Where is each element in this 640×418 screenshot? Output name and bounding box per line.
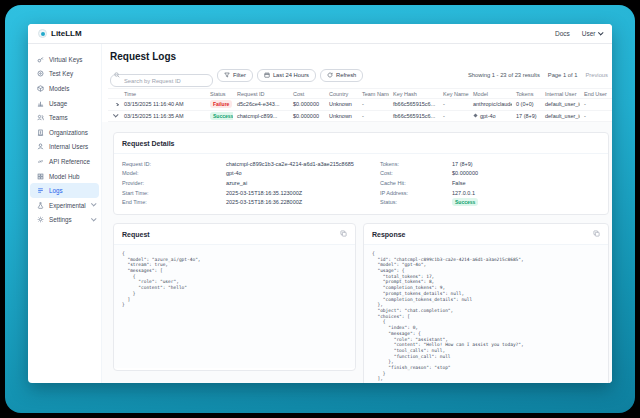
sidebar-item-logs[interactable]: Logs (30, 183, 99, 198)
col-model: Model (469, 91, 512, 97)
col-end-user: End User (580, 91, 610, 97)
status-badge: Failure (210, 100, 232, 108)
main-content: Request Logs Filter Last 24 Hours Refres… (102, 44, 612, 383)
sidebar-item-models[interactable]: Models (28, 81, 101, 96)
sidebar-item-label: Teams (49, 114, 68, 121)
pagination: Showing 1 - 23 of 23 results Page 1 of 1… (468, 72, 608, 78)
bar-chart-icon (37, 100, 44, 107)
sidebar-item-api-reference[interactable]: API Reference (28, 154, 101, 169)
filter-icon (224, 72, 230, 78)
docs-link[interactable]: Docs (555, 30, 570, 37)
refresh-button-label: Refresh (336, 72, 356, 78)
col-key-hash: Key Hash (389, 91, 439, 97)
brand: LiteLLM (38, 29, 82, 38)
request-logs-table: Time Status Request ID Cost Country Team… (108, 88, 612, 122)
col-time: Time (120, 91, 206, 97)
request-json: { "model": "azure_ai/gpt-4o", "stream": … (114, 244, 355, 368)
sidebar-item-usage[interactable]: Usage (28, 96, 101, 111)
response-panel-title: Response (364, 224, 413, 244)
sidebar-item-label: Logs (49, 187, 63, 194)
sidebar-item-label: Models (49, 85, 69, 92)
sidebar-item-label: Usage (49, 100, 67, 107)
copy-icon[interactable] (340, 230, 347, 237)
search-icon (114, 72, 120, 78)
copy-icon[interactable] (593, 230, 600, 237)
sidebar: Virtual Keys Test Key Models Usage Teams… (28, 44, 102, 383)
sidebar-item-model-hub[interactable]: Model Hub (28, 169, 101, 184)
user-menu[interactable]: User (582, 30, 602, 37)
top-navbar: LiteLLM Docs User (28, 24, 612, 44)
request-panel: Request { "model": "azure_ai/gpt-4o", "s… (113, 223, 356, 371)
calendar-icon (264, 72, 270, 78)
grid-icon (37, 173, 44, 180)
start-time-value: 2025-03-15T18:16:35.123000Z (226, 190, 302, 196)
provider-value: azure_ai (226, 180, 247, 186)
sidebar-item-label: Virtual Keys (49, 56, 82, 63)
page-indicator: Page 1 of 1 (548, 72, 578, 78)
sidebar-item-label: API Reference (49, 158, 90, 165)
sidebar-item-virtual-keys[interactable]: Virtual Keys (28, 52, 101, 67)
gear-icon (37, 216, 44, 223)
col-key-name: Key Name (439, 91, 469, 97)
sidebar-item-organizations[interactable]: Organizations (28, 125, 101, 140)
response-json: { "id": "chatcmpl-c899c1b3-ca2e-4214-a6d… (364, 244, 608, 383)
logs-icon (37, 187, 44, 194)
cache-hit-value: False (452, 180, 465, 186)
col-country: Country (325, 91, 358, 97)
building-icon (37, 129, 44, 136)
col-cost: Cost (289, 91, 325, 97)
sidebar-item-settings[interactable]: Settings (28, 213, 101, 228)
people-icon (37, 114, 44, 121)
status-badge: Success (210, 112, 233, 120)
chevron-down-icon (91, 201, 96, 206)
ip-address-value: 127.0.0.1 (452, 190, 475, 196)
col-request-id: Request ID (233, 91, 289, 97)
sidebar-item-experimental[interactable]: Experimental (28, 198, 101, 213)
sidebar-item-teams[interactable]: Teams (28, 110, 101, 125)
sidebar-item-label: Model Hub (49, 173, 79, 180)
results-count: Showing 1 - 23 of 23 results (468, 72, 540, 78)
desktop-background: LiteLLM Docs User Virtual Keys Test Key … (5, 5, 635, 413)
collapse-row-icon[interactable] (114, 114, 119, 117)
tokens-value: 17 (8+9) (452, 161, 473, 167)
sidebar-item-internal-users[interactable]: Internal Users (28, 140, 101, 155)
search-input[interactable] (110, 74, 213, 87)
table-row-expanded[interactable]: 03/15/2025 11:16:35 AM Success chatcmpl-… (108, 111, 612, 123)
request-id-value: chatcmpl-c899c1b3-ca2e-4214-a6d1-a3ae215… (226, 161, 354, 167)
col-tokens: Tokens (512, 91, 541, 97)
sidebar-item-label: Internal Users (49, 143, 88, 150)
flask-icon (37, 202, 44, 209)
col-internal-user: Internal User (541, 91, 580, 97)
expand-row-icon[interactable] (114, 103, 119, 107)
page-title: Request Logs (110, 51, 612, 62)
sidebar-item-test-key[interactable]: Test Key (28, 67, 101, 82)
previous-button[interactable]: Previous (585, 72, 608, 78)
refresh-button[interactable]: Refresh (320, 69, 363, 82)
search-box (110, 69, 213, 82)
sidebar-item-label: Organizations (49, 129, 88, 136)
request-panel-title: Request (114, 224, 158, 244)
link-icon (37, 158, 44, 165)
request-details-title: Request Details (114, 133, 608, 154)
sidebar-item-label: Settings (49, 216, 87, 223)
toolbar: Filter Last 24 Hours Refresh Showing 1 -… (110, 68, 608, 82)
time-range-label: Last 24 Hours (273, 72, 309, 78)
expanded-row-details: Request Details Request ID:chatcmpl-c899… (102, 122, 612, 383)
col-team-name: Team Name (358, 91, 389, 97)
cost-value: $0.000000 (452, 170, 478, 176)
litellm-logo-icon (38, 29, 47, 38)
refresh-icon (327, 72, 333, 78)
request-details-card: Request Details Request ID:chatcmpl-c899… (113, 132, 609, 215)
end-time-value: 2025-03-15T18:16:36.228000Z (226, 199, 302, 205)
key-icon (37, 56, 44, 63)
status-badge: Success (452, 198, 478, 206)
response-panel: Response { "id": "chatcmpl-c899c1b3-ca2e… (363, 223, 609, 383)
target-icon (37, 70, 44, 77)
sidebar-item-label: Test Key (49, 70, 73, 77)
chevron-down-icon (91, 216, 96, 221)
brand-name: LiteLLM (51, 29, 82, 38)
filter-button[interactable]: Filter (217, 69, 253, 82)
time-range-button[interactable]: Last 24 Hours (257, 69, 316, 82)
sidebar-item-label: Experimental (49, 202, 87, 209)
table-row[interactable]: 03/15/2025 11:16:40 AM Failure d5c26ce4-… (108, 99, 612, 111)
